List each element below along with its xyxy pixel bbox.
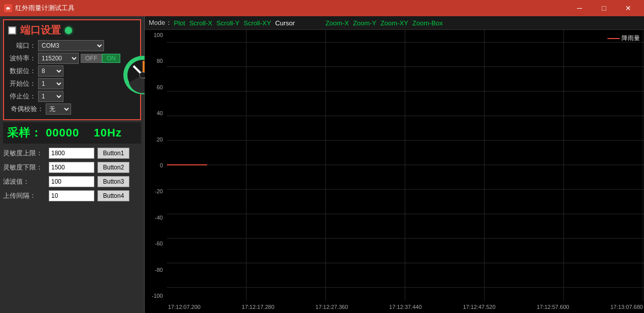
databits-label: 数据位： — [8, 66, 36, 76]
control-button-3[interactable]: Button4 — [97, 190, 129, 201]
control-input-3[interactable] — [49, 190, 94, 201]
on-button[interactable]: ON — [102, 54, 120, 63]
control-row-0: 灵敏度上限： Button1 — [3, 148, 141, 159]
startbits-label: 开始位： — [8, 79, 36, 88]
y-label-60: 60 — [145, 84, 165, 90]
parity-row: 奇偶校验： 无 奇 偶 — [8, 103, 120, 115]
control-input-0[interactable] — [49, 148, 94, 159]
toolbar-btn-scrolly[interactable]: Scroll-Y — [216, 19, 240, 27]
parity-select[interactable]: 无 奇 偶 — [46, 103, 71, 115]
legend-label: 降雨量 — [622, 34, 640, 43]
toolbar-btn-scrollx[interactable]: Scroll-X — [189, 19, 213, 27]
control-row-2: 滤波值： Button3 — [3, 176, 141, 187]
chart-plot[interactable]: 降雨量 — [167, 30, 644, 301]
baud-label: 波特率： — [8, 54, 36, 63]
y-label-20: 20 — [145, 136, 165, 143]
port-select[interactable]: COM3 COM1 COM2 COM4 — [38, 40, 104, 51]
y-axis-labels: 100 80 60 40 20 0 -20 -40 -60 -80 -100 — [145, 30, 165, 301]
toolbar-btn-scrollxy[interactable]: Scroll-XY — [244, 19, 271, 27]
left-panel: 端口设置 端口： COM3 COM1 COM2 COM4 波特率： — [0, 16, 145, 313]
sampling-value: 00000 — [46, 126, 79, 139]
control-row-3: 上传间隔： Button4 — [3, 190, 141, 201]
control-label-1: 灵敏度下限： — [3, 163, 49, 172]
parity-label: 奇偶校验： — [8, 105, 44, 114]
chart-legend: 降雨量 — [607, 34, 640, 43]
baud-row: 波特率： 115200 9600 19200 38400 57600 OFF O… — [8, 53, 120, 64]
x-label-5: 17:12:57.600 — [536, 304, 569, 310]
startbits-select[interactable]: 1 — [38, 78, 63, 89]
app-title: 红外雨量计测试工具 — [15, 4, 75, 13]
toolbar-btn-cursor[interactable]: Cursor — [275, 19, 295, 27]
x-axis-labels: 17:12:07.200 17:12:17.280 17:12:27.360 1… — [167, 301, 644, 313]
control-button-0[interactable]: Button1 — [97, 148, 129, 159]
title-bar: 🌧 红外雨量计测试工具 ─ □ ✕ — [0, 0, 644, 16]
legend-line — [607, 38, 620, 39]
control-button-1[interactable]: Button2 — [97, 162, 129, 173]
sampling-label: 采样： — [7, 126, 42, 139]
sensitivity-section: 灵敏度上限： Button1 灵敏度下限： Button2 滤波值： Butto… — [3, 146, 141, 206]
x-label-2: 17:12:27.360 — [316, 304, 348, 310]
y-label-n20: -20 — [145, 188, 165, 194]
y-label-n100: -100 — [145, 293, 165, 299]
maximize-button[interactable]: □ — [592, 0, 616, 16]
y-axis: 100 80 60 40 20 0 -20 -40 -60 -80 -100 — [145, 30, 167, 301]
control-button-2[interactable]: Button3 — [97, 176, 129, 187]
minimize-button[interactable]: ─ — [568, 0, 591, 16]
toolbar-btn-zoomxy[interactable]: Zoom-XY — [381, 19, 409, 27]
main-content: 端口设置 端口： COM3 COM1 COM2 COM4 波特率： — [0, 16, 644, 313]
control-label-3: 上传间隔： — [3, 191, 49, 200]
chart-grid-svg — [167, 30, 644, 301]
window-controls: ─ □ ✕ — [568, 0, 640, 16]
chart-toolbar: Mode： Plot Scroll-X Scroll-Y Scroll-XY C… — [145, 16, 644, 30]
port-settings-box: 端口设置 端口： COM3 COM1 COM2 COM4 波特率： — [3, 19, 141, 120]
control-label-0: 灵敏度上限： — [3, 149, 49, 158]
y-label-n40: -40 — [145, 215, 165, 221]
port-row: 端口： COM3 COM1 COM2 COM4 — [8, 40, 136, 51]
x-axis: 17:12:07.200 17:12:17.280 17:12:27.360 1… — [145, 301, 644, 313]
mode-label: Mode： — [149, 18, 172, 27]
off-button[interactable]: OFF — [81, 54, 102, 63]
baud-select[interactable]: 115200 9600 19200 38400 57600 — [38, 53, 79, 64]
stopbits-label: 停止位： — [8, 92, 36, 101]
control-row-1: 灵敏度下限： Button2 — [3, 162, 141, 173]
chart-area: Mode： Plot Scroll-X Scroll-Y Scroll-XY C… — [145, 16, 644, 313]
app-icon: 🌧 — [4, 4, 12, 12]
control-input-1[interactable] — [49, 162, 94, 173]
control-input-2[interactable] — [49, 176, 94, 187]
toolbar-btn-zoombox[interactable]: Zoom-Box — [413, 19, 443, 27]
close-button[interactable]: ✕ — [617, 0, 640, 16]
sampling-display: 采样： 00000 10Hz — [3, 122, 141, 144]
port-settings-title: 端口设置 — [8, 23, 136, 37]
x-label-0: 17:12:07.200 — [168, 304, 200, 310]
x-label-3: 17:12:37.440 — [389, 304, 422, 310]
port-checkbox[interactable] — [8, 26, 16, 34]
control-label-2: 滤波值： — [3, 177, 49, 186]
y-label-40: 40 — [145, 110, 165, 116]
sampling-freq: 10Hz — [94, 126, 122, 139]
toolbar-btn-plot[interactable]: Plot — [174, 19, 185, 27]
stopbits-select[interactable]: 1 — [38, 91, 63, 102]
y-label-0: 0 — [145, 162, 165, 168]
y-label-80: 80 — [145, 58, 165, 64]
port-title-text: 端口设置 — [20, 23, 61, 37]
y-label-100: 100 — [145, 32, 165, 38]
title-bar-left: 🌧 红外雨量计测试工具 — [4, 4, 75, 13]
startbits-row: 开始位： 1 — [8, 78, 120, 89]
toolbar-btn-zoomx[interactable]: Zoom-X — [325, 19, 349, 27]
stopbits-row: 停止位： 1 — [8, 91, 120, 102]
databits-row: 数据位： 8 7 — [8, 65, 120, 77]
x-label-1: 17:12:17.280 — [242, 304, 274, 310]
y-label-n80: -80 — [145, 267, 165, 273]
toolbar-btn-zoomy[interactable]: Zoom-Y — [353, 19, 376, 27]
connection-status-dot — [65, 27, 72, 34]
port-label: 端口： — [8, 41, 36, 50]
databits-select[interactable]: 8 7 — [38, 65, 63, 77]
x-label-4: 17:12:47.520 — [463, 304, 495, 310]
x-label-6: 17:13:07.680 — [611, 304, 643, 310]
y-label-n60: -60 — [145, 240, 165, 247]
